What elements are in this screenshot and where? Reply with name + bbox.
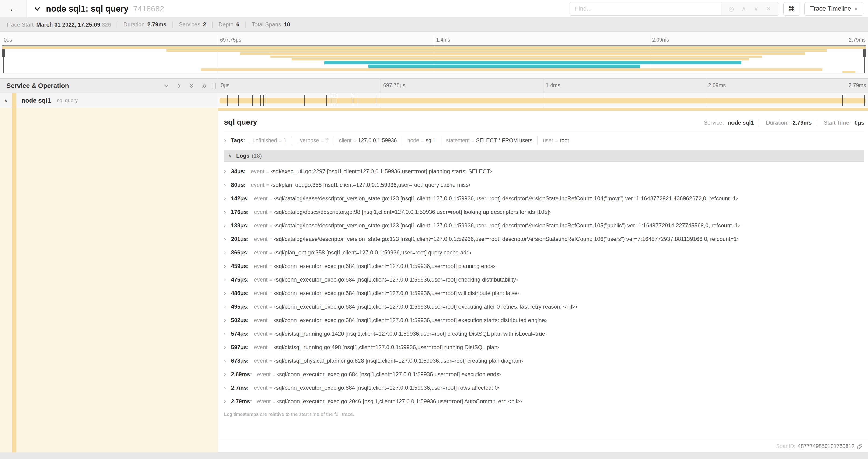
log-equals: = — [270, 223, 272, 229]
chevron-right-icon: › — [224, 358, 231, 364]
log-row[interactable]: › 2.69ms: event = ‹sql/conn_executor_exe… — [224, 368, 864, 381]
logs-header[interactable]: ∨ Logs (18) — [224, 150, 864, 162]
span-row[interactable]: ∨ node sql1 sql query — [0, 93, 868, 108]
tag-key: node — [407, 137, 419, 144]
deep-link-icon[interactable] — [857, 444, 863, 450]
log-row[interactable]: › 486μs: event = ‹sql/conn_executor_exec… — [224, 286, 864, 300]
chevron-down-icon: ∨ — [228, 153, 236, 159]
tag-value: 1 — [326, 137, 329, 144]
span-service-name: node sql1 — [22, 97, 51, 104]
log-field-key: event — [254, 236, 268, 242]
chevron-right-icon: › — [224, 385, 231, 391]
log-field-key: event — [254, 222, 268, 229]
chevron-right-icon: › — [224, 137, 231, 144]
chevron-right-icon: › — [224, 330, 231, 337]
minimap-right-scrubber[interactable] — [864, 46, 865, 73]
minimap-ruler: 0μs 697.75μs 1.4ms 2.09ms 2.79ms — [2, 35, 866, 45]
locate-icon[interactable]: ◎ — [729, 6, 734, 12]
span-collapse-chevron-icon[interactable]: ∨ — [0, 97, 12, 104]
log-tick-mark — [227, 95, 228, 106]
log-field-value: ‹sql/catalog/descs/descriptor.go:98 [nsq… — [274, 209, 551, 215]
tag-value: SELECT * FROM users — [476, 137, 532, 144]
chevron-down-icon[interactable]: ∨ — [754, 6, 758, 12]
chevron-right-icon: › — [224, 249, 231, 256]
log-row[interactable]: › 678μs: event = ‹sql/distsql_physical_p… — [224, 354, 864, 368]
header-controls: ◎ ∧ ∨ ✕ ⌘ Trace Timeline ∨ — [569, 2, 868, 15]
find-input[interactable] — [569, 2, 721, 15]
column-resizer-grip[interactable] — [213, 83, 216, 89]
back-button[interactable]: ← — [0, 0, 27, 18]
log-row[interactable]: › 201μs: event = ‹sql/catalog/lease/desc… — [224, 232, 864, 246]
collapse-trace-chevron-icon[interactable] — [33, 5, 41, 13]
expand-all-icon[interactable] — [201, 83, 208, 89]
chevron-up-icon[interactable]: ∧ — [742, 6, 746, 12]
log-tick-mark — [336, 95, 336, 106]
tag-value: 1 — [283, 137, 286, 144]
log-row[interactable]: › 2.7ms: event = ‹sql/conn_executor_exec… — [224, 381, 864, 395]
chevron-down-icon: ∨ — [855, 6, 858, 11]
log-tick-mark — [864, 95, 865, 106]
stat-label: Total Spans — [252, 21, 281, 28]
detail-row-name-column — [0, 108, 218, 453]
span-row-name-column[interactable]: ∨ node sql1 sql query — [0, 93, 218, 108]
span-row-timeline[interactable] — [218, 93, 868, 108]
detail-meta-item: Duration: 2.79ms — [754, 120, 811, 126]
minimap-span — [368, 65, 641, 68]
service-operation-title: Service & Operation — [6, 82, 157, 90]
log-field-key: event — [251, 168, 265, 175]
log-tick-mark — [352, 95, 353, 106]
log-tick-mark — [252, 95, 253, 106]
tag-value: 127.0.0.1:59936 — [358, 137, 397, 144]
log-row[interactable]: › 34μs: event = ‹sql/exec_util.go:2297 [… — [224, 165, 864, 178]
trace-stat: Trace Start March 31 2022, 17:25:09 .326 — [6, 22, 111, 28]
expand-one-icon[interactable] — [176, 83, 182, 89]
log-row[interactable]: › 459μs: event = ‹sql/conn_executor_exec… — [224, 259, 864, 273]
span-duration-bar[interactable] — [220, 98, 866, 103]
log-row[interactable]: › 176μs: event = ‹sql/catalog/descs/desc… — [224, 205, 864, 219]
log-row[interactable]: › 574μs: event = ‹sql/distsql_running.go… — [224, 327, 864, 340]
minimap-canvas[interactable] — [2, 45, 866, 73]
detail-header[interactable]: sql query Service: node sql1 Duration: 2… — [224, 118, 864, 126]
view-dropdown-label: Trace Timeline — [810, 5, 851, 12]
trace-minimap: 0μs 697.75μs 1.4ms 2.09ms 2.79ms — [0, 32, 868, 78]
log-field-key: event — [254, 263, 268, 269]
span-detail-row: sql query Service: node sql1 Duration: 2… — [0, 108, 868, 453]
log-tick-mark — [330, 95, 331, 106]
log-row[interactable]: › 80μs: event = ‹sql/plan_opt.go:358 [ns… — [224, 178, 864, 192]
timeline-ruler: 0μs 697.75μs 1.4ms 2.09ms 2.79ms — [218, 78, 868, 93]
log-timestamp: 2.69ms: — [231, 371, 252, 378]
view-dropdown-button[interactable]: Trace Timeline ∨ — [804, 2, 863, 15]
log-field-key: event — [257, 371, 271, 378]
minimap-span — [2, 46, 866, 49]
minimap-span — [240, 53, 805, 55]
collapse-deep-icon[interactable] — [188, 83, 195, 89]
clear-icon[interactable]: ✕ — [766, 6, 771, 12]
log-timestamp: 189μs: — [231, 222, 249, 229]
meta-value: 2.79ms — [793, 120, 811, 126]
log-tick-mark — [842, 95, 843, 106]
log-row[interactable]: › 476μs: event = ‹sql/conn_executor_exec… — [224, 273, 864, 286]
keyboard-shortcuts-button[interactable]: ⌘ — [783, 2, 800, 15]
log-row[interactable]: › 502μs: event = ‹sql/conn_executor_exec… — [224, 314, 864, 327]
log-field-value: ‹sql/catalog/lease/descriptor_version_st… — [274, 222, 740, 229]
log-timestamp: 366μs: — [231, 249, 249, 256]
minimap-span — [201, 68, 823, 71]
log-row[interactable]: › 189μs: event = ‹sql/catalog/lease/desc… — [224, 219, 864, 232]
trace-stat: Depth 6 — [206, 21, 239, 28]
log-field-value: ‹sql/distsql_running.go:1420 [nsql1,clie… — [274, 330, 547, 337]
minimap-left-scrubber[interactable] — [3, 46, 4, 73]
log-row[interactable]: › 366μs: event = ‹sql/plan_opt.go:358 [n… — [224, 246, 864, 259]
log-row[interactable]: › 142μs: event = ‹sql/catalog/lease/desc… — [224, 192, 864, 205]
collapse-all-icon[interactable] — [163, 83, 169, 89]
find-addon: ◎ ∧ ∨ ✕ — [721, 2, 779, 15]
meta-value: node sql1 — [728, 120, 754, 126]
tags-row[interactable]: › Tags: _unfinished = 1 _verbose — [224, 136, 864, 144]
log-field-key: event — [257, 398, 271, 405]
log-row[interactable]: › 597μs: event = ‹sql/distsql_running.go… — [224, 340, 864, 354]
log-row[interactable]: › 495μs: event = ‹sql/conn_executor_exec… — [224, 300, 864, 314]
log-timestamp: 2.79ms: — [231, 398, 252, 405]
tag-item: _unfinished = 1 — [250, 136, 286, 144]
stat-value: 6 — [236, 21, 239, 28]
log-row[interactable]: › 2.79ms: event = ‹sql/conn_executor_exe… — [224, 395, 864, 408]
logs-footnote: Log timestamps are relative to the start… — [224, 412, 864, 417]
